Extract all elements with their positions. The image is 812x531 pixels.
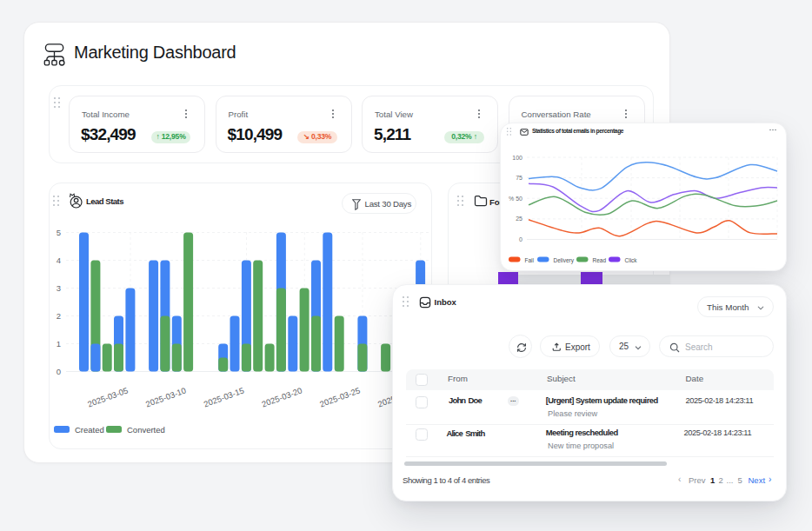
svg-text:5: 5 [57,228,61,237]
svg-text:2025-03-25: 2025-03-25 [318,386,361,409]
svg-text:50: 50 [516,196,522,202]
svg-text:Click: Click [625,257,638,263]
svg-text:3: 3 [57,283,61,293]
svg-text:1: 1 [57,339,61,348]
svg-text:Read: Read [593,257,607,263]
svg-text:2025-03-20: 2025-03-20 [261,386,303,409]
svg-text:2025-03-05: 2025-03-05 [86,386,129,409]
svg-text:2025-03-15: 2025-03-15 [203,386,245,409]
svg-text:100: 100 [512,155,522,161]
svg-text:Converted: Converted [127,425,165,435]
svg-text:4: 4 [57,256,61,265]
svg-text:2: 2 [57,311,61,321]
svg-text:0: 0 [57,367,61,376]
svg-text:75: 75 [516,175,522,181]
svg-text:0: 0 [519,236,522,242]
svg-text:%: % [509,196,514,202]
svg-text:Fail: Fail [525,257,535,263]
svg-text:2025-03-10: 2025-03-10 [144,386,187,409]
svg-text:25: 25 [516,216,522,222]
svg-text:Delivery: Delivery [554,257,575,264]
svg-text:Created: Created [75,425,104,435]
